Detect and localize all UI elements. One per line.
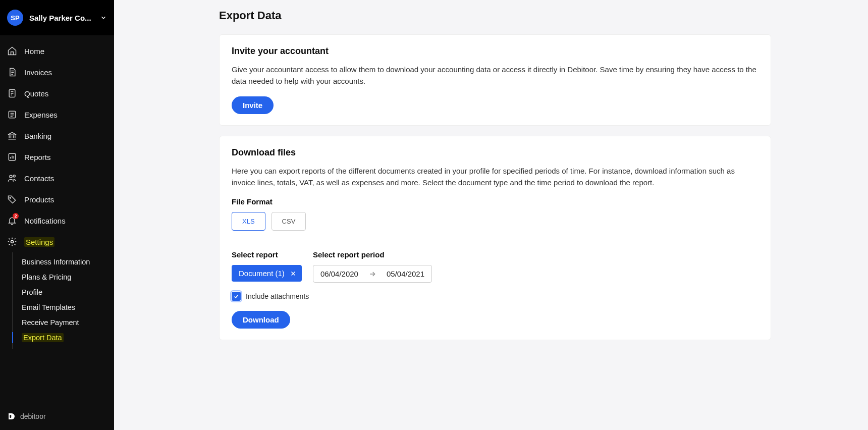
include-attachments-row[interactable]: Include attachments [232,292,758,301]
download-files-card: Download files Here you can export repor… [219,136,771,341]
nav-products[interactable]: Products [0,189,114,210]
subnav-label: Email Templates [22,303,75,311]
date-to: 05/04/2021 [387,270,424,278]
subnav-label: Plans & Pricing [22,273,71,281]
nav-banking[interactable]: Banking [0,125,114,146]
expense-icon [7,110,17,120]
report-chip[interactable]: Document (1) [232,265,302,282]
subnav-label: Receive Payment [22,318,79,327]
nav-label: Invoices [24,68,52,77]
company-switcher[interactable]: SP Sally Parker Co... [0,0,114,35]
invoice-icon [7,67,17,77]
subnav-profile[interactable]: Profile [13,285,114,300]
settings-subnav: Business Information Plans & Pricing Pro… [12,252,114,349]
nav-settings[interactable]: Settings [0,231,114,252]
subnav-label: Business Information [22,258,90,266]
main-content: Export Data Invite your accountant Give … [114,0,868,430]
include-attachments-checkbox[interactable] [232,292,241,301]
contacts-icon [7,173,17,183]
quote-icon [7,88,17,98]
divider [232,241,758,241]
chart-icon [7,152,17,162]
nav-label: Banking [24,132,51,140]
subnav-email-templates[interactable]: Email Templates [13,300,114,315]
subnav-business-info[interactable]: Business Information [13,254,114,270]
subnav-label: Profile [22,288,42,296]
format-xls-button[interactable]: XLS [232,212,265,231]
brand-logo-icon [7,412,16,421]
invite-accountant-card: Invite your accountant Give your account… [219,34,771,126]
nav-notifications[interactable]: 2 Notifications [0,210,114,231]
nav-contacts[interactable]: Contacts [0,168,114,189]
nav-label: Settings [24,237,55,247]
gear-icon [7,237,17,247]
svg-point-5 [10,197,11,198]
nav-invoices[interactable]: Invoices [0,62,114,83]
invite-heading: Invite your accountant [232,46,758,57]
select-report-label: Select report [232,250,302,259]
nav-label: Quotes [24,89,48,98]
subnav-export-data[interactable]: Export Data [13,330,114,345]
page-title: Export Data [219,9,848,22]
svg-point-3 [10,175,12,178]
download-button[interactable]: Download [232,311,290,329]
nav-label: Reports [24,153,51,162]
nav-home[interactable]: Home [0,40,114,62]
include-attachments-label: Include attachments [246,292,309,300]
arrow-right-icon [368,270,376,278]
nav-expenses[interactable]: Expenses [0,104,114,125]
download-description: Here you can export reports of the diffe… [232,165,758,189]
bank-icon [7,131,17,141]
chevron-down-icon [100,14,107,21]
brand-footer[interactable]: debitoor [0,403,114,430]
subnav-plans-pricing[interactable]: Plans & Pricing [13,270,114,285]
nav-label: Contacts [24,174,54,183]
format-csv-button[interactable]: CSV [272,212,306,231]
brand-name: debitoor [20,412,46,420]
nav-list: Home Invoices Quotes Expenses Banking [0,35,114,252]
subnav-label: Export Data [22,333,64,342]
svg-rect-7 [10,415,11,418]
nav-label: Home [24,47,44,56]
nav-label: Products [24,195,54,204]
invite-description: Give your accountant access to allow the… [232,64,758,87]
nav-reports[interactable]: Reports [0,146,114,168]
file-format-group: XLS CSV [232,212,758,231]
date-from: 06/04/2020 [320,270,358,278]
date-range-picker[interactable]: 06/04/2020 05/04/2021 [313,265,432,283]
home-icon [7,46,17,56]
select-period-label: Select report period [313,250,432,259]
nav-label: Notifications [24,217,66,225]
sidebar: SP Sally Parker Co... Home Invoices Quot… [0,0,114,430]
nav-quotes[interactable]: Quotes [0,83,114,104]
report-chip-label: Document (1) [239,269,285,278]
close-icon[interactable] [290,270,297,277]
invite-button[interactable]: Invite [232,96,274,114]
avatar: SP [7,10,23,26]
subnav-receive-payment[interactable]: Receive Payment [13,315,114,330]
notification-badge: 2 [13,213,19,219]
svg-point-6 [11,241,14,243]
company-name: Sally Parker Co... [29,14,94,22]
download-heading: Download files [232,147,758,158]
tag-icon [7,194,17,204]
nav-label: Expenses [24,111,58,119]
file-format-label: File Format [232,197,758,206]
svg-point-4 [13,175,15,177]
